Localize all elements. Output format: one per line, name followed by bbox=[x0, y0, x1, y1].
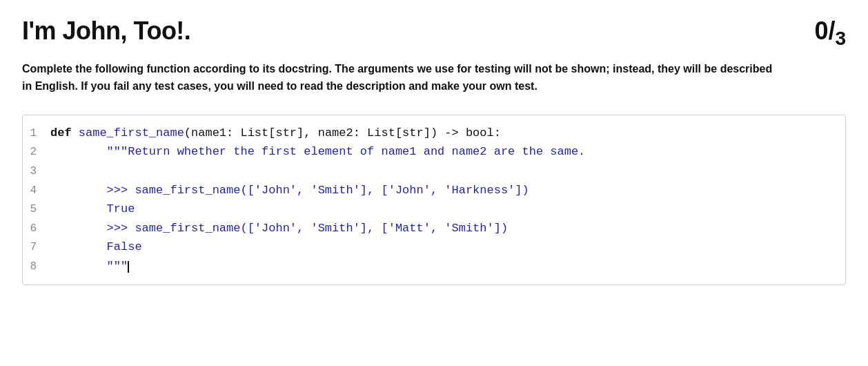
problem-description: Complete the following function accordin… bbox=[22, 61, 781, 95]
page-title: I'm John, Too!. bbox=[22, 17, 190, 46]
code-block: 1 def same_first_name(name1: List[str], … bbox=[23, 115, 845, 285]
line-content-1: def same_first_name(name1: List[str], na… bbox=[50, 124, 834, 142]
code-line-1: 1 def same_first_name(name1: List[str], … bbox=[23, 124, 845, 143]
code-line-7: 7 False bbox=[23, 238, 845, 257]
line-content-5: True bbox=[50, 200, 834, 218]
score-slash: / bbox=[828, 17, 835, 45]
line-number-5: 5 bbox=[23, 201, 50, 219]
line-content-8: """ bbox=[50, 257, 834, 276]
line-number-3: 3 bbox=[23, 163, 50, 181]
line-content-7: False bbox=[50, 238, 834, 256]
line-number-1: 1 bbox=[23, 125, 50, 143]
line-content-4: >>> same_first_name(['John', 'Smith'], [… bbox=[50, 181, 834, 200]
line-number-4: 4 bbox=[23, 182, 50, 200]
code-line-4: 4 >>> same_first_name(['John', 'Smith'],… bbox=[23, 181, 845, 200]
line-content-2: """Return whether the first element of n… bbox=[50, 142, 834, 161]
line-number-6: 6 bbox=[23, 220, 50, 238]
line-number-2: 2 bbox=[23, 144, 50, 162]
code-editor: 1 def same_first_name(name1: List[str], … bbox=[22, 115, 846, 285]
score-denominator: 3 bbox=[835, 28, 846, 49]
code-line-3: 3 bbox=[23, 162, 845, 181]
header-row: I'm John, Too!. 0/3 bbox=[22, 17, 846, 50]
code-line-6: 6 >>> same_first_name(['John', 'Smith'],… bbox=[23, 219, 845, 238]
score-display: 0/3 bbox=[814, 17, 846, 50]
line-content-3 bbox=[50, 162, 834, 180]
code-line-8: 8 """ bbox=[23, 257, 845, 276]
line-number-8: 8 bbox=[23, 258, 50, 276]
text-cursor bbox=[128, 261, 129, 273]
code-line-5: 5 True bbox=[23, 200, 845, 219]
score-numerator: 0 bbox=[814, 17, 828, 45]
code-line-2: 2 """Return whether the first element of… bbox=[23, 142, 845, 162]
line-number-7: 7 bbox=[23, 239, 50, 257]
line-content-6: >>> same_first_name(['John', 'Smith'], [… bbox=[50, 219, 834, 238]
